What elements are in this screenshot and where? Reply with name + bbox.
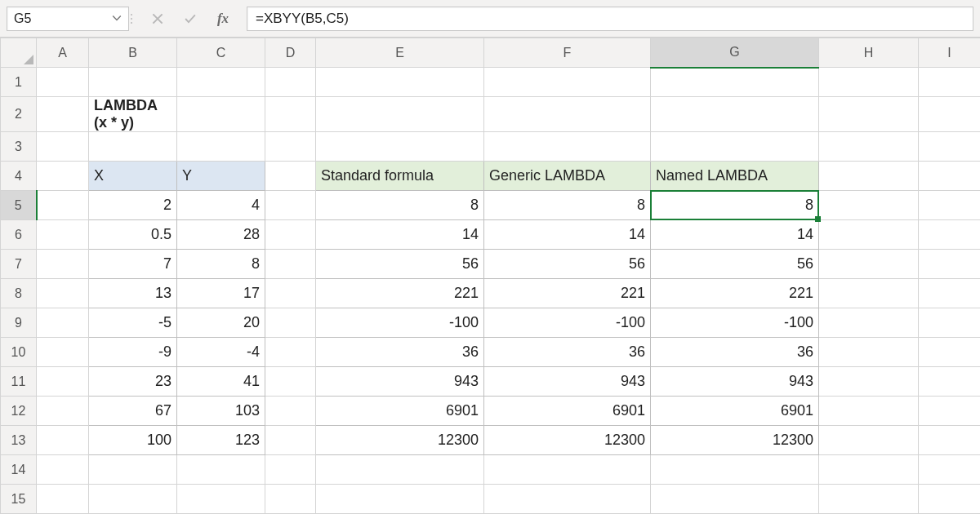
cell-E7[interactable]: 56: [316, 250, 484, 279]
cell-D4[interactable]: [265, 162, 316, 191]
row-header-5[interactable]: 5: [1, 191, 37, 220]
cell-A10[interactable]: [37, 338, 89, 367]
cell-D9[interactable]: [265, 308, 316, 338]
cell-A7[interactable]: [37, 250, 89, 279]
cell-B12[interactable]: 67: [89, 397, 177, 426]
cell-A13[interactable]: [37, 426, 89, 455]
cell-A6[interactable]: [37, 220, 89, 250]
cell-B7[interactable]: 7: [89, 250, 177, 279]
row-header-3[interactable]: 3: [1, 132, 37, 162]
cell-A14[interactable]: [37, 455, 89, 485]
cell-F9[interactable]: -100: [484, 308, 651, 338]
formula-input[interactable]: =XBYY(B5,C5): [247, 7, 973, 31]
cell-A12[interactable]: [37, 397, 89, 426]
cell-F11[interactable]: 943: [484, 367, 651, 397]
cell-F12[interactable]: 6901: [484, 397, 651, 426]
cell-G10[interactable]: 36: [651, 338, 819, 367]
col-header-F[interactable]: F: [484, 38, 651, 68]
cell-D13[interactable]: [265, 426, 316, 455]
cell-I9[interactable]: [919, 308, 981, 338]
cell-C7[interactable]: 8: [177, 250, 265, 279]
cell-F5[interactable]: 8: [484, 191, 651, 220]
row-header-13[interactable]: 13: [1, 426, 37, 455]
cell-H2[interactable]: [819, 97, 919, 132]
row-header-14[interactable]: 14: [1, 455, 37, 485]
col-header-I[interactable]: I: [919, 38, 981, 68]
cell-D1[interactable]: [265, 68, 316, 97]
cell-D7[interactable]: [265, 250, 316, 279]
select-all-corner[interactable]: [1, 38, 37, 68]
row-header-1[interactable]: 1: [1, 68, 37, 97]
cell-G4[interactable]: Named LAMBDA: [651, 162, 819, 191]
cell-D15[interactable]: [265, 485, 316, 514]
cell-E6[interactable]: 14: [316, 220, 484, 250]
cell-F14[interactable]: [484, 455, 651, 485]
col-header-E[interactable]: E: [316, 38, 484, 68]
col-header-B[interactable]: B: [89, 38, 177, 68]
cell-C9[interactable]: 20: [177, 308, 265, 338]
cell-H6[interactable]: [819, 220, 919, 250]
cell-I13[interactable]: [919, 426, 981, 455]
cell-H10[interactable]: [819, 338, 919, 367]
col-header-D[interactable]: D: [265, 38, 316, 68]
row-header-11[interactable]: 11: [1, 367, 37, 397]
cell-E13[interactable]: 12300: [316, 426, 484, 455]
row-header-10[interactable]: 10: [1, 338, 37, 367]
row-header-4[interactable]: 4: [1, 162, 37, 191]
cell-B9[interactable]: -5: [89, 308, 177, 338]
cell-I10[interactable]: [919, 338, 981, 367]
cell-B13[interactable]: 100: [89, 426, 177, 455]
cell-G2[interactable]: [651, 97, 819, 132]
cell-C1[interactable]: [177, 68, 265, 97]
cell-A15[interactable]: [37, 485, 89, 514]
cell-D3[interactable]: [265, 132, 316, 162]
cell-I1[interactable]: [919, 68, 981, 97]
cell-F15[interactable]: [484, 485, 651, 514]
cell-C12[interactable]: 103: [177, 397, 265, 426]
cell-D11[interactable]: [265, 367, 316, 397]
cell-E3[interactable]: [316, 132, 484, 162]
cell-E5[interactable]: 8: [316, 191, 484, 220]
cell-B3[interactable]: [89, 132, 177, 162]
cell-F10[interactable]: 36: [484, 338, 651, 367]
cell-D5[interactable]: [265, 191, 316, 220]
cell-G11[interactable]: 943: [651, 367, 819, 397]
cell-F3[interactable]: [484, 132, 651, 162]
cell-D12[interactable]: [265, 397, 316, 426]
cell-H7[interactable]: [819, 250, 919, 279]
cell-C14[interactable]: [177, 455, 265, 485]
cell-E9[interactable]: -100: [316, 308, 484, 338]
cell-B14[interactable]: [89, 455, 177, 485]
cell-A2[interactable]: [37, 97, 89, 132]
col-header-C[interactable]: C: [177, 38, 265, 68]
cell-F4[interactable]: Generic LAMBDA: [484, 162, 651, 191]
cell-G6[interactable]: 14: [651, 220, 819, 250]
row-header-7[interactable]: 7: [1, 250, 37, 279]
cell-I6[interactable]: [919, 220, 981, 250]
cell-E1[interactable]: [316, 68, 484, 97]
cell-A8[interactable]: [37, 279, 89, 308]
cell-B8[interactable]: 13: [89, 279, 177, 308]
cell-B1[interactable]: [89, 68, 177, 97]
cell-D8[interactable]: [265, 279, 316, 308]
cell-H12[interactable]: [819, 397, 919, 426]
cell-D10[interactable]: [265, 338, 316, 367]
cell-A5[interactable]: [37, 191, 89, 220]
col-header-A[interactable]: A: [37, 38, 89, 68]
cell-E10[interactable]: 36: [316, 338, 484, 367]
cell-E14[interactable]: [316, 455, 484, 485]
cell-I2[interactable]: [919, 97, 981, 132]
cell-I15[interactable]: [919, 485, 981, 514]
cell-B6[interactable]: 0.5: [89, 220, 177, 250]
cell-C6[interactable]: 28: [177, 220, 265, 250]
cell-I7[interactable]: [919, 250, 981, 279]
cell-H3[interactable]: [819, 132, 919, 162]
cell-A4[interactable]: [37, 162, 89, 191]
row-header-8[interactable]: 8: [1, 279, 37, 308]
cell-D14[interactable]: [265, 455, 316, 485]
cell-F8[interactable]: 221: [484, 279, 651, 308]
cell-G13[interactable]: 12300: [651, 426, 819, 455]
row-header-6[interactable]: 6: [1, 220, 37, 250]
cell-A3[interactable]: [37, 132, 89, 162]
cell-E11[interactable]: 943: [316, 367, 484, 397]
